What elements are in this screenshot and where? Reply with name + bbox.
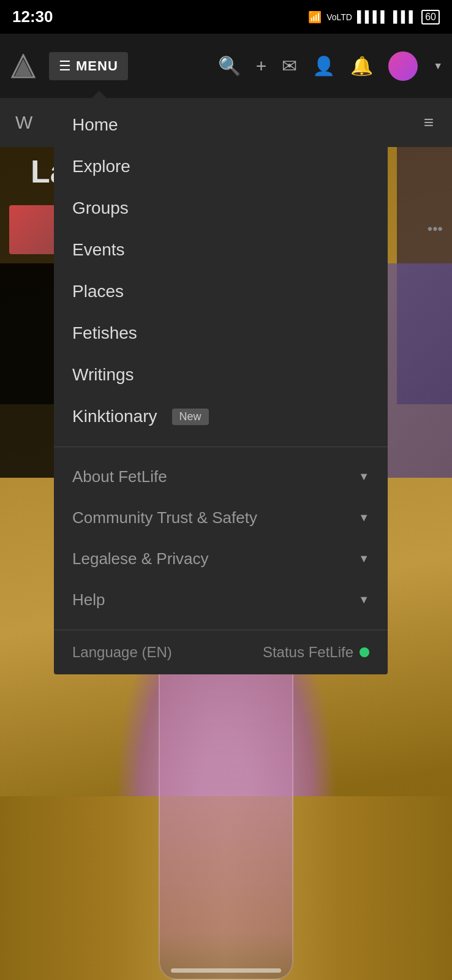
list-icon: ≡ [424, 113, 434, 132]
menu-item-explore[interactable]: Explore [54, 146, 388, 187]
avatar[interactable] [388, 51, 418, 81]
menu-button-label: MENU [76, 58, 118, 74]
fetlife-logo-icon [11, 54, 36, 78]
menu-item-help[interactable]: Help ▼ [54, 579, 388, 620]
menu-secondary-section: About FetLife ▼ Community Trust & Safety… [54, 450, 388, 627]
menu-item-fetishes-label: Fetishes [72, 323, 137, 343]
menu-item-writings[interactable]: Writings [54, 354, 388, 396]
avatar-dropdown-icon[interactable]: ▼ [433, 61, 443, 72]
status-icons: 📶 VoLTD ▌▌▌▌ ▌▌▌ 60 [308, 10, 440, 24]
nav-icons: 🔍 + ✉ 👤 🔔 ▼ [218, 51, 443, 81]
menu-footer: Language (EN) Status FetLife [54, 630, 388, 674]
about-chevron-icon: ▼ [358, 470, 369, 483]
menu-item-groups[interactable]: Groups [54, 187, 388, 229]
menu-item-kinktionary[interactable]: Kinktionary New [54, 396, 388, 437]
menu-item-writings-label: Writings [72, 365, 134, 385]
menu-item-about-label: About FetLife [72, 467, 167, 486]
signal-icon: ▌▌▌▌ [357, 10, 388, 23]
language-selector[interactable]: Language (EN) [72, 644, 172, 661]
signal-icon-2: ▌▌▌ [393, 10, 416, 23]
menu-item-legal[interactable]: Legalese & Privacy ▼ [54, 538, 388, 579]
menu-item-help-label: Help [72, 590, 105, 609]
kinktionary-badge: New [172, 409, 209, 425]
nav-bar: ☰ MENU 🔍 + ✉ 👤 🔔 ▼ [0, 34, 452, 98]
menu-item-trust-label: Community Trust & Safety [72, 508, 257, 527]
dropdown-menu: Home Explore Groups Events Places Fetish… [54, 98, 388, 674]
menu-divider [54, 447, 388, 447]
vo-icon: VoLTD [326, 12, 352, 22]
dark-side-block [0, 263, 61, 478]
status-dot-green [360, 647, 369, 657]
menu-item-kinktionary-label: Kinktionary [72, 407, 157, 426]
menu-item-about[interactable]: About FetLife ▼ [54, 456, 388, 497]
menu-button[interactable]: ☰ MENU [49, 52, 128, 80]
thumbnail-image [9, 205, 58, 254]
notification-icon[interactable]: 🔔 [350, 55, 373, 77]
mail-icon[interactable]: ✉ [282, 55, 297, 77]
menu-item-events[interactable]: Events [54, 229, 388, 271]
app-logo[interactable] [9, 52, 37, 80]
status-label: Status FetLife [263, 644, 353, 661]
menu-primary-section: Home Explore Groups Events Places Fetish… [54, 98, 388, 443]
help-chevron-icon: ▼ [358, 594, 369, 606]
search-icon[interactable]: 🔍 [218, 55, 241, 77]
status-indicator: Status FetLife [263, 644, 369, 661]
menu-item-trust[interactable]: Community Trust & Safety ▼ [54, 497, 388, 538]
menu-item-events-label: Events [72, 240, 125, 260]
menu-item-explore-label: Explore [72, 157, 130, 176]
bg-w-text: W [15, 112, 32, 133]
menu-item-groups-label: Groups [72, 198, 129, 218]
menu-item-home-label: Home [72, 115, 118, 135]
add-icon[interactable]: + [256, 56, 267, 77]
more-options-dots: ••• [428, 221, 443, 238]
home-indicator [171, 968, 281, 973]
status-time: 12:30 [12, 7, 53, 26]
status-bar: 12:30 📶 VoLTD ▌▌▌▌ ▌▌▌ 60 [0, 0, 452, 34]
menu-item-legal-label: Legalese & Privacy [72, 549, 209, 568]
wifi-icon: 📶 [308, 10, 322, 24]
battery-icon: 60 [421, 10, 440, 24]
menu-item-places-label: Places [72, 282, 124, 301]
menu-item-fetishes[interactable]: Fetishes [54, 312, 388, 354]
hamburger-icon: ☰ [59, 58, 71, 74]
trust-chevron-icon: ▼ [358, 511, 369, 524]
menu-item-home[interactable]: Home [54, 104, 388, 146]
legal-chevron-icon: ▼ [358, 552, 369, 565]
menu-item-places[interactable]: Places [54, 271, 388, 312]
profile-icon[interactable]: 👤 [312, 55, 335, 77]
